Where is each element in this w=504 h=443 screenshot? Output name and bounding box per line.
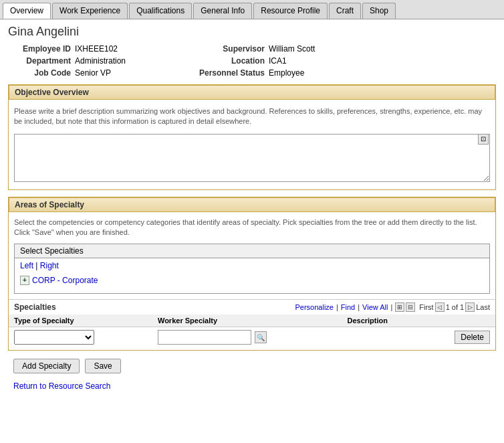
- save-button[interactable]: Save: [85, 359, 120, 373]
- table-row: 🔍 Delete: [9, 327, 495, 347]
- delete-cell: Delete: [422, 327, 495, 347]
- objective-textarea[interactable]: [14, 134, 490, 182]
- description-cell: [342, 327, 422, 347]
- sep2: |: [358, 303, 360, 311]
- worker-specialty-input[interactable]: [158, 330, 251, 345]
- location-label: Location: [182, 56, 269, 66]
- objective-description: Please write a brief description summari…: [9, 102, 495, 131]
- select-specialties-box: Select Specialties Left | Right + CORP -…: [14, 244, 490, 294]
- specialty-section: Areas of Specialty Select the competenci…: [8, 197, 496, 351]
- right-link[interactable]: Right: [40, 261, 59, 270]
- page-info: 1 of 1: [446, 303, 465, 311]
- view-all-link[interactable]: View All: [362, 303, 388, 311]
- employee-id-value: IXHEEE102: [75, 44, 182, 54]
- select-specialties-header: Select Specialties: [15, 244, 489, 258]
- left-right-nav: Left | Right: [15, 258, 489, 273]
- tab-bar: Overview Work Experience Qualifications …: [0, 0, 504, 19]
- worker-specialty-search-button[interactable]: 🔍: [255, 331, 267, 343]
- tab-general-info[interactable]: General Info: [193, 3, 252, 19]
- person-info-grid: Employee ID IXHEEE102 Supervisor William…: [8, 44, 496, 78]
- location-value: ICA1: [269, 56, 402, 66]
- find-link[interactable]: Find: [341, 303, 355, 311]
- tab-overview[interactable]: Overview: [3, 3, 51, 19]
- first-label: First: [419, 303, 433, 311]
- expand-icon[interactable]: ⊡: [478, 134, 489, 145]
- department-value: Administration: [75, 56, 182, 66]
- supervisor-value: William Scott: [269, 44, 402, 54]
- tab-craft[interactable]: Craft: [329, 3, 361, 19]
- delete-button[interactable]: Delete: [455, 331, 490, 344]
- add-specialty-button[interactable]: Add Specialty: [13, 359, 80, 373]
- left-link[interactable]: Left: [20, 261, 33, 270]
- job-code-value: Senior VP: [75, 68, 182, 78]
- tree-expand-button[interactable]: +: [20, 276, 29, 285]
- grid-icon-2[interactable]: ⊟: [406, 302, 415, 312]
- person-name: Gina Angelini: [8, 25, 496, 39]
- col-header-delete: [422, 315, 495, 327]
- tree-item-link[interactable]: CORP - Corporate: [32, 276, 98, 285]
- type-specialty-select[interactable]: [14, 330, 94, 345]
- prev-page-icon[interactable]: ◁: [435, 302, 445, 312]
- specialties-nav: Personalize | Find | View All | ⊞ ⊟ Firs…: [295, 302, 490, 312]
- worker-specialty-cell: 🔍: [152, 327, 342, 347]
- next-page-icon[interactable]: ▷: [465, 302, 475, 312]
- job-code-label: Job Code: [8, 68, 75, 78]
- type-specialty-cell: [9, 327, 152, 347]
- sep3: |: [390, 303, 392, 311]
- personnel-status-label: Personnel Status: [182, 68, 269, 78]
- return-to-search-link[interactable]: Return to Resource Search: [8, 379, 496, 396]
- tab-shop[interactable]: Shop: [362, 3, 396, 19]
- tab-qualifications[interactable]: Qualifications: [129, 3, 192, 19]
- specialties-title: Specialties: [14, 302, 56, 312]
- tree-area: + CORP - Corporate: [15, 273, 489, 293]
- personalize-link[interactable]: Personalize: [295, 303, 333, 311]
- col-header-worker: Worker Specialty: [152, 315, 342, 327]
- tree-item-corp: + CORP - Corporate: [20, 276, 484, 285]
- col-header-desc: Description: [342, 315, 422, 327]
- sep1: |: [336, 303, 338, 311]
- specialty-header: Areas of Specialty: [9, 197, 495, 212]
- last-label: Last: [476, 303, 490, 311]
- specialties-toolbar: Specialties Personalize | Find | View Al…: [9, 299, 495, 315]
- action-buttons-row: Add Specialty Save: [8, 356, 496, 379]
- tab-resource-profile[interactable]: Resource Profile: [253, 3, 328, 19]
- col-header-type: Type of Specialty: [9, 315, 152, 327]
- grid-icon-1[interactable]: ⊞: [395, 302, 404, 312]
- main-content: Gina Angelini Employee ID IXHEEE102 Supe…: [0, 19, 504, 402]
- objective-textarea-wrapper: ⊡: [9, 131, 495, 189]
- objective-header: Objective Overview: [9, 85, 495, 100]
- employee-id-label: Employee ID: [8, 44, 75, 54]
- supervisor-label: Supervisor: [182, 44, 269, 54]
- specialties-table: Type of Specialty Worker Specialty Descr…: [9, 315, 495, 347]
- tab-work-experience[interactable]: Work Experience: [52, 3, 128, 19]
- personnel-status-value: Employee: [269, 68, 402, 78]
- objective-section: Objective Overview Please write a brief …: [8, 84, 496, 190]
- specialty-description: Select the competencies or competency ca…: [9, 215, 495, 241]
- department-label: Department: [8, 56, 75, 66]
